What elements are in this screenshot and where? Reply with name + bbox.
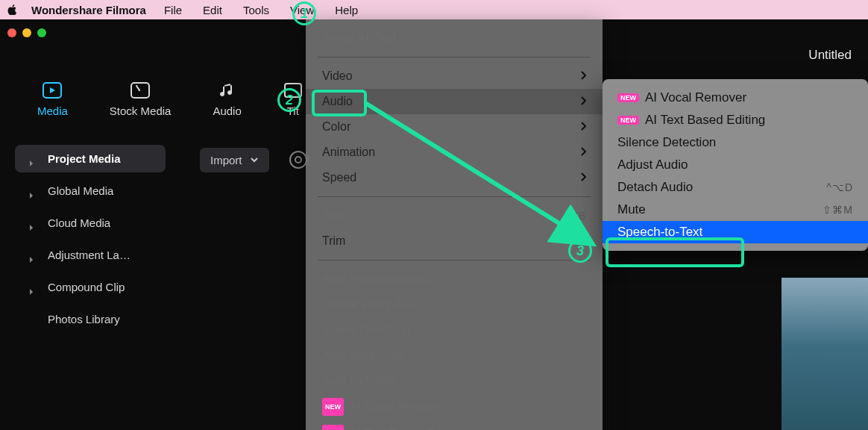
menu-item-video[interactable]: Video [306, 63, 603, 89]
submenu-item-label: Adjust Audio [617, 158, 688, 172]
submenu-item-label: AI Vocal Remover [645, 90, 746, 105]
tab-media[interactable]: Media [37, 82, 68, 117]
menu-item-speed[interactable]: Speed [306, 165, 603, 190]
chevron-right-icon [580, 119, 586, 135]
sidebar-item[interactable]: Adjustment La… [15, 241, 166, 269]
audio-submenu: NEWAI Vocal RemoverNEWAI Text Based Edit… [603, 79, 868, 251]
tools-dropdown-menu: Select All TextVideoAudioColorAnimationS… [306, 19, 603, 430]
menu-item-label: Auto Beat Sync [322, 347, 404, 364]
tab-titles[interactable]: Tit [283, 82, 303, 117]
stock-icon [130, 82, 150, 99]
sidebar-item[interactable]: Project Media [15, 145, 166, 172]
menu-item-label: Split [322, 208, 345, 224]
menu-item-label: Auto Reframe [322, 373, 396, 389]
submenu-item-ai-text-based-editing[interactable]: NEWAI Text Based Editing [603, 109, 868, 131]
menu-item-scene-detection: Scene Detection [306, 317, 603, 343]
menu-item-label: Scene Detection [322, 322, 409, 338]
window-close-button[interactable] [7, 28, 16, 37]
media-sidebar: Project MediaGlobal MediaCloud MediaAdju… [4, 140, 176, 337]
chevron-right-icon [28, 220, 34, 226]
titles-icon [283, 82, 303, 99]
submenu-item-silence-detection[interactable]: Silence Detection [603, 131, 868, 154]
sidebar-item[interactable]: Photos Library [15, 305, 166, 333]
menu-item-beat-sync: Auto Beat Sync [306, 343, 603, 368]
menu-item-color[interactable]: Color [306, 114, 603, 140]
tab-stock-media[interactable]: Stock Media [110, 82, 172, 117]
import-label: Import [210, 154, 242, 166]
menu-separator [318, 196, 591, 197]
svg-marker-1 [50, 87, 55, 93]
menu-item-label: AI Vocal Remover [350, 399, 445, 415]
sidebar-item[interactable]: Cloud Media [15, 209, 166, 237]
tab-label: Audio [213, 105, 241, 117]
menu-shortcut: ⇧⌘M [823, 204, 853, 216]
menu-item-auto-reframe: Auto Reframe [306, 368, 603, 393]
apple-logo-icon[interactable] [7, 4, 18, 15]
mac-menu-bar: Wondershare Filmora File Edit Tools View… [0, 0, 868, 19]
menu-item-audio[interactable]: Audio [306, 89, 603, 114]
submenu-item-label: Detach Audio [617, 180, 693, 195]
menu-item-auto-sync: Auto Synchronization [306, 267, 603, 292]
top-toolbar: Media Stock Media Audio Tit [37, 82, 303, 117]
new-badge: NEW [322, 398, 344, 416]
submenu-item-label: Speech-to-Text [617, 225, 702, 240]
sidebar-item[interactable]: Global Media [15, 177, 166, 205]
menu-item-label: AI Text Based Editing [350, 426, 463, 430]
chevron-right-icon [28, 284, 34, 290]
menu-view[interactable]: View [290, 4, 314, 16]
menu-edit[interactable]: Edit [203, 4, 222, 16]
menu-item-vocal-remover: NEWAI Vocal Remover [306, 393, 603, 420]
menu-item-text-based-editing: NEWAI Text Based Editing [306, 420, 603, 430]
menu-file[interactable]: File [164, 4, 182, 16]
menu-item-proxy: Create Proxy File [306, 292, 603, 317]
tab-audio[interactable]: Audio [213, 82, 241, 117]
submenu-item-detach-audio[interactable]: Detach Audio^⌥D [603, 176, 868, 199]
submenu-item-label: AI Text Based Editing [645, 113, 765, 128]
sidebar-item-label: Photos Library [48, 313, 120, 325]
chevron-right-icon [28, 188, 34, 194]
menu-item-animation[interactable]: Animation [306, 140, 603, 165]
menu-item-split: Split⌘B [306, 203, 603, 228]
menu-item-label: Select All Text [322, 30, 396, 46]
svg-rect-2 [131, 83, 149, 98]
document-title: Untitled [808, 48, 852, 63]
menu-item-label: Trim [322, 233, 345, 249]
sidebar-item-label: Compound Clip [48, 281, 125, 293]
submenu-item-ai-vocal-remover[interactable]: NEWAI Vocal Remover [603, 87, 868, 109]
submenu-item-label: Mute [617, 202, 646, 217]
menu-shortcut: ^⌥D [826, 181, 853, 193]
import-button[interactable]: Import [200, 148, 269, 172]
media-icon [43, 82, 62, 99]
sidebar-item[interactable]: Compound Clip [15, 273, 166, 301]
menu-item-label: Speed [322, 169, 356, 186]
menu-item-label: Auto Synchronization [322, 271, 435, 287]
chevron-right-icon [580, 233, 586, 249]
sidebar-item-label: Cloud Media [48, 216, 110, 229]
chevron-right-icon [28, 252, 34, 258]
chevron-right-icon [580, 93, 586, 110]
menu-item-label: Video [322, 68, 353, 84]
sidebar-item-label: Adjustment La… [48, 249, 130, 261]
menu-item-select-all-text: Select All Text [306, 25, 603, 51]
new-badge: NEW [617, 93, 639, 102]
record-button[interactable] [289, 151, 307, 169]
submenu-item-speech-to-text[interactable]: Speech-to-Text [603, 221, 868, 243]
menu-item-trim[interactable]: Trim [306, 228, 603, 254]
submenu-item-adjust-audio[interactable]: Adjust Audio [603, 154, 868, 176]
chevron-down-icon [250, 154, 259, 166]
window-minimize-button[interactable] [22, 28, 31, 37]
submenu-item-label: Silence Detection [617, 135, 716, 150]
menu-help[interactable]: Help [335, 4, 358, 16]
submenu-item-mute[interactable]: Mute⇧⌘M [603, 199, 868, 221]
chevron-right-icon [580, 169, 586, 186]
tab-label: Tit [287, 105, 299, 117]
svg-rect-3 [285, 84, 301, 97]
menu-item-label: Create Proxy File [322, 296, 415, 313]
app-name-label: Wondershare Filmora [31, 4, 146, 16]
menu-tools[interactable]: Tools [243, 4, 269, 16]
chevron-right-icon [28, 156, 34, 162]
media-preview-thumb [781, 278, 868, 430]
svg-point-4 [295, 157, 301, 163]
sidebar-item-label: Project Media [48, 152, 121, 165]
window-zoom-button[interactable] [37, 28, 46, 37]
